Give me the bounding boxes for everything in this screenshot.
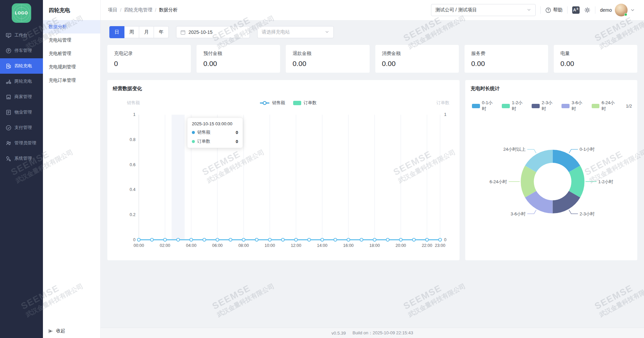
svg-text:16:00: 16:00 (343, 243, 354, 248)
tooltip-row: 销售额0 (192, 129, 238, 135)
stat-value: 0.00 (203, 60, 273, 68)
line-chart-title: 经营数据变化 (113, 85, 454, 92)
date-input[interactable] (189, 29, 246, 35)
help-label: 帮助 (553, 7, 562, 13)
date-picker[interactable] (176, 26, 250, 38)
sidebar-item-ev2[interactable]: 两轮充电 (0, 74, 43, 89)
sidebar-item-property[interactable]: 物业管理 (0, 105, 43, 120)
sidebar-item-payment[interactable]: 支付管理 (0, 120, 43, 135)
tools-icon (6, 156, 11, 161)
svg-text:12:00: 12:00 (291, 243, 301, 248)
pay-check-icon (6, 125, 11, 131)
charts-row: 经营数据变化 销售额 销售额订单数 订单数 00.20.40.60.810100… (107, 80, 637, 260)
version-label: v0.5.39 (331, 331, 346, 336)
svg-text:10:00: 10:00 (265, 243, 275, 248)
breadcrumb-module[interactable]: 四轮充电管理 (124, 7, 152, 13)
divider (595, 6, 595, 14)
stat-value: 0.00 (292, 60, 363, 68)
sidebar-item-admin[interactable]: 管理员管理 (0, 135, 43, 151)
caret-down-icon (631, 8, 635, 12)
logo-text: LOGO (15, 11, 28, 15)
donut-chart[interactable]: 0-1小时1-2小时2-3小时3-6小时6-24小时24小时以上 (471, 112, 632, 246)
charging-pile-icon (6, 63, 11, 69)
donut-legend-item-0[interactable]: 0-1小时 (472, 100, 497, 112)
sidebar-item-label: 停车管理 (14, 48, 32, 54)
sidebar-item-parking[interactable]: 停车管理 (0, 43, 43, 58)
svg-text:1-2小时: 1-2小时 (598, 179, 613, 184)
series-dot-icon (192, 131, 195, 134)
legend-pagination[interactable]: 1/2 (626, 104, 632, 109)
tooltip-row: 订单数0 (192, 138, 238, 144)
donut-legend-item-3[interactable]: 3-6小时 (561, 100, 586, 112)
project-select[interactable]: 测试公司 / 测试项目 (431, 4, 536, 16)
stat-card-row: 充电记录0预付金额0.00退款金额0.00消费金额0.00服务费0.00电量0.… (107, 45, 637, 73)
submenu-item-0[interactable]: 数据分析 (43, 20, 100, 33)
collapse-sidebar-button[interactable]: 收起 (43, 324, 100, 338)
user-menu[interactable]: demo (600, 4, 635, 16)
divider (540, 6, 541, 14)
submenu-item-label: 充电规则管理 (49, 64, 76, 70)
top-header: 项目 / 四轮充电管理 / 数据分析 测试公司 / 测试项目 (101, 0, 644, 20)
legend-label: 0-1小时 (482, 100, 497, 112)
sidebar-item-workbench[interactable]: 工作台 (0, 27, 43, 43)
svg-text:04:00: 04:00 (186, 243, 196, 248)
stat-value: 0.00 (382, 60, 452, 68)
legend-swatch (561, 104, 570, 108)
app-logo[interactable]: LOGO (12, 3, 31, 23)
stat-label: 服务费 (471, 51, 541, 57)
donut-legend-item-4[interactable]: 6-24小时 (592, 100, 619, 112)
svg-text:0.4: 0.4 (130, 187, 136, 192)
legend-item-0[interactable]: 销售额 (260, 100, 285, 106)
period-tab-2[interactable]: 月 (139, 26, 154, 38)
legend-swatch (472, 104, 480, 108)
svg-text:06:00: 06:00 (212, 243, 223, 248)
legend-label: 3-6小时 (572, 100, 586, 112)
translate-icon[interactable]: A文 (572, 6, 580, 14)
module-title: 四轮充电 (43, 0, 100, 20)
sidebar-item-label: 系统管理 (14, 155, 32, 161)
station-select[interactable]: 请选择充电站 (257, 26, 334, 38)
stat-label: 退款金额 (292, 51, 363, 57)
svg-text:0.6: 0.6 (130, 162, 136, 167)
stat-value: 0.00 (560, 60, 631, 68)
calendar-icon (180, 30, 185, 35)
submenu-item-1[interactable]: 充电站管理 (43, 33, 100, 47)
main-column: 项目 / 四轮充电管理 / 数据分析 测试公司 / 测试项目 (101, 0, 644, 338)
line-chart[interactable]: 00.20.40.60.810100:0002:0004:0006:0008:0… (113, 106, 454, 257)
submenu-item-4[interactable]: 充电订单管理 (43, 74, 100, 87)
submenu-item-label: 充电订单管理 (49, 77, 76, 83)
submenu-item-3[interactable]: 充电规则管理 (43, 60, 100, 74)
svg-text:22:00: 22:00 (422, 243, 432, 248)
help-button[interactable]: 帮助 (545, 7, 562, 13)
legend-item-1[interactable]: 订单数 (293, 100, 317, 106)
svg-text:1: 1 (133, 112, 136, 117)
period-tab-0[interactable]: 日 (109, 26, 124, 38)
sidebar-item-label: 四轮充电 (14, 63, 32, 69)
brightness-icon[interactable] (584, 7, 590, 13)
build-info: Build on：2025-10-09 22:15:43 (353, 330, 413, 336)
header-actions: 测试公司 / 测试项目 帮助 A文 (431, 4, 635, 16)
breadcrumb-project[interactable]: 项目 (108, 7, 117, 13)
parking-icon (6, 48, 11, 54)
submenu-item-label: 充电站管理 (49, 37, 71, 43)
period-tab-1[interactable]: 周 (124, 26, 139, 38)
stat-card-5: 电量0.00 (554, 45, 637, 73)
sidebar-item-ev4[interactable]: 四轮充电 (0, 58, 43, 74)
sidebar-item-system[interactable]: 系统管理 (0, 151, 43, 166)
svg-text:0: 0 (133, 238, 136, 242)
submenu-item-2[interactable]: 充电桩管理 (43, 47, 100, 60)
donut-legend-item-2[interactable]: 2-3小时 (532, 100, 556, 112)
submenu-item-label: 数据分析 (49, 24, 67, 30)
filter-bar: 日周月年 请选择充电站 (109, 26, 637, 38)
stat-card-0: 充电记录0 (107, 45, 191, 73)
primary-nav: 工作台停车管理四轮充电两轮充电商家管理物业管理支付管理管理员管理系统管理 (0, 27, 43, 166)
svg-text:6-24小时: 6-24小时 (489, 179, 507, 184)
project-select-value: 测试公司 / 测试项目 (435, 7, 477, 13)
sidebar-item-label: 两轮充电 (14, 78, 32, 84)
sidebar-item-merchant[interactable]: 商家管理 (0, 89, 43, 105)
svg-text:0-1小时: 0-1小时 (580, 147, 595, 152)
period-tab-3[interactable]: 年 (154, 26, 169, 38)
donut-legend-item-1[interactable]: 1-2小时 (502, 100, 527, 112)
stat-card-1: 预付金额0.00 (197, 45, 280, 73)
legend-label: 订单数 (304, 100, 317, 106)
